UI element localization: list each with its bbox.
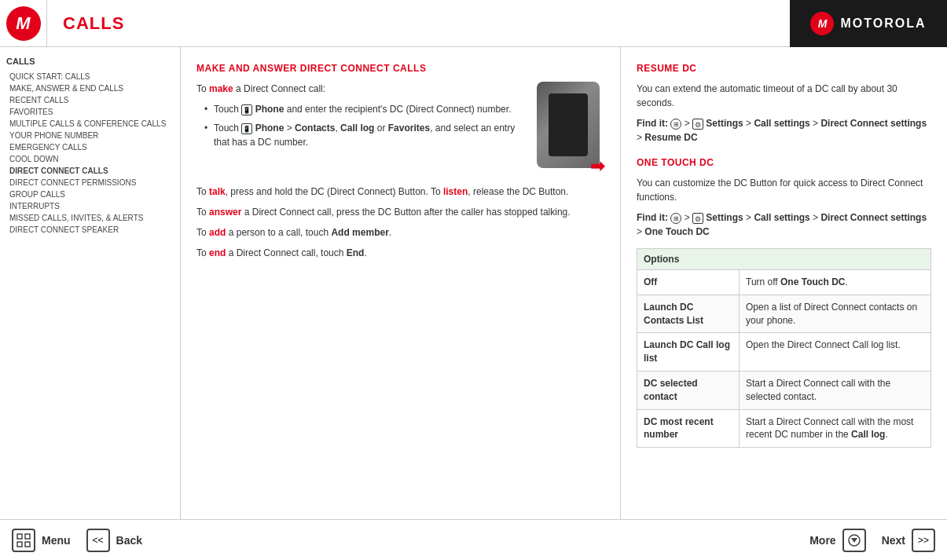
sidebar: CALLS QUICK START: CALLS MAKE, ANSWER & … [0,47,181,519]
menu-circle-icon-2: ⊞ [670,213,681,224]
sidebar-item-multiple-calls[interactable]: MULTIPLE CALLS & CONFERENCE CALLS [6,118,174,130]
next-label: Next [882,534,905,547]
sidebar-item-direct-connect-speaker[interactable]: DIRECT CONNECT SPEAKER [6,224,174,236]
sidebar-item-direct-connect[interactable]: DIRECT CONNECT CALLS [6,165,174,177]
motorola-m-letter: M [16,13,30,34]
options-table-header: Options [637,249,931,270]
answer-text: To answer a Direct Connect call, press t… [196,205,604,219]
table-row: DC selected contact Start a Direct Conne… [637,371,931,409]
option-off-name: Off [637,270,740,295]
main-layout: CALLS QUICK START: CALLS MAKE, ANSWER & … [0,47,947,519]
resume-dc-find-it: Find it: ⊞ > ⚙ Settings > Call settings … [637,116,931,145]
more-circle-icon [848,534,861,547]
next-icon: >> [912,529,935,552]
option-dc-most-recent-desc: Start a Direct Connect call with the mos… [740,409,931,448]
svg-rect-0 [17,534,22,539]
motorola-brand-text: MOTOROLA [840,16,926,31]
sidebar-item-quick-start[interactable]: QUICK START: CALLS [6,71,174,82]
motorola-circle-sm-icon: M [810,12,834,35]
add-text: To add a person to a call, touch Add mem… [196,225,604,240]
motorola-circle-icon: M [6,6,41,41]
table-row: Launch DC Contacts List Open a list of D… [637,295,931,333]
option-dc-selected-name: DC selected contact [637,371,740,409]
phone-icon-2: 📱 [241,123,252,134]
menu-circle-icon-1: ⊞ [670,119,681,130]
bullet-item-2: Touch 📱 Phone > Contacts, Call log or Fa… [204,121,604,149]
sidebar-item-missed-calls[interactable]: MISSED CALLS, INVITES, & ALERTS [6,212,174,224]
svg-rect-2 [17,542,22,547]
sidebar-item-cool-down[interactable]: COOL DOWN [6,153,174,165]
more-button[interactable]: More [809,529,865,552]
svg-rect-3 [25,542,30,547]
resume-dc-text: You can extend the automatic timeout of … [637,82,931,110]
option-launch-contacts-desc: Open a list of Direct Connect contacts o… [740,295,931,333]
dc-arrow-icon: ➡ [590,156,604,176]
more-label: More [809,534,835,547]
table-row: Off Turn off One Touch DC. [637,270,931,295]
table-row: Launch DC Call log list Open the Direct … [637,333,931,372]
options-table: Options Off Turn off One Touch DC. Launc… [637,248,931,448]
talk-text: To talk, press and hold the DC (Direct C… [196,185,604,199]
one-touch-dc-heading: ONE TOUCH DC [637,157,931,168]
header: M CALLS M MOTOROLA [0,0,947,47]
option-launch-contacts-name: Launch DC Contacts List [637,295,740,333]
motorola-logo-right: M MOTOROLA [790,0,947,47]
content-right-panel: RESUME DC You can extend the automatic t… [621,47,947,519]
sidebar-item-interrupts[interactable]: INTERRUPTS [6,200,174,212]
make-answer-heading: MAKE AND ANSWER DIRECT CONNECT CALLS [196,63,604,74]
sidebar-item-emergency[interactable]: EMERGENCY CALLS [6,141,174,153]
bullet-item-1: Touch 📱 Phone and enter the recipient's … [204,102,604,116]
one-touch-dc-find-it: Find it: ⊞ > ⚙ Settings > Call settings … [637,210,931,239]
sidebar-item-your-phone[interactable]: YOUR PHONE NUMBER [6,130,174,141]
menu-button[interactable]: Menu [12,529,71,552]
motorola-logo-left: M [0,0,47,47]
sidebar-item-favorites[interactable]: FAVORITES [6,106,174,118]
sidebar-item-recent-calls[interactable]: RECENT CALLS [6,94,174,106]
option-dc-selected-desc: Start a Direct Connect call with the sel… [740,371,931,409]
footer: Menu << Back More Next >> [0,519,947,560]
back-label: Back [116,534,142,547]
content-left-panel: MAKE AND ANSWER DIRECT CONNECT CALLS ➡ T… [181,47,621,519]
table-row: DC most recent number Start a Direct Con… [637,409,931,448]
content-area: MAKE AND ANSWER DIRECT CONNECT CALLS ➡ T… [181,47,947,519]
sidebar-title: CALLS [6,57,174,66]
phone-icon-1: 📱 [241,104,252,115]
menu-grid-icon [17,533,31,547]
option-dc-most-recent-name: DC most recent number [637,409,740,448]
back-button[interactable]: << Back [86,529,142,552]
sidebar-item-group-calls[interactable]: GROUP CALLS [6,188,174,200]
resume-dc-heading: RESUME DC [637,63,931,74]
option-launch-call-log-name: Launch DC Call log list [637,333,740,372]
more-icon [842,529,866,552]
settings-gear-icon-1: ⚙ [692,119,703,130]
back-icon: << [86,529,110,552]
option-off-desc: Turn off One Touch DC. [740,270,931,295]
menu-label: Menu [42,534,71,547]
page-title-area: CALLS [47,13,790,34]
page-title: CALLS [63,13,124,33]
end-text: To end a Direct Connect call, touch End. [196,246,604,260]
sidebar-item-make-answer[interactable]: MAKE, ANSWER & END CALLS [6,82,174,94]
next-button[interactable]: Next >> [882,529,935,552]
svg-rect-1 [25,534,30,539]
settings-gear-icon-2: ⚙ [692,213,703,224]
svg-marker-5 [851,538,857,543]
one-touch-dc-text: You can customize the DC Button for quic… [637,176,931,204]
option-launch-call-log-desc: Open the Direct Connect Call log list. [740,333,931,372]
bullet-list: Touch 📱 Phone and enter the recipient's … [204,102,604,149]
menu-icon [12,529,35,552]
sidebar-item-direct-connect-perms[interactable]: DIRECT CONNECT PERMISSIONS [6,177,174,188]
